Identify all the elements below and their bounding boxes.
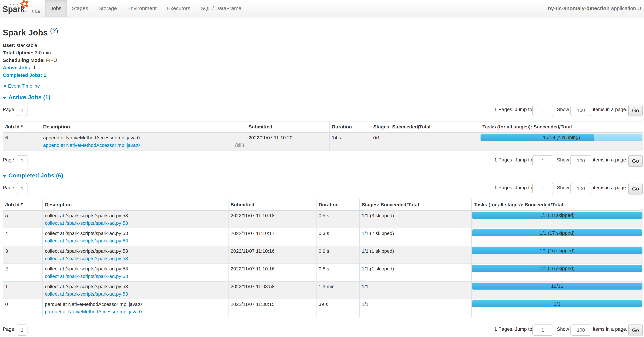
svg-text:™: ™ xyxy=(26,11,28,13)
svg-text:Spark: Spark xyxy=(3,4,25,14)
